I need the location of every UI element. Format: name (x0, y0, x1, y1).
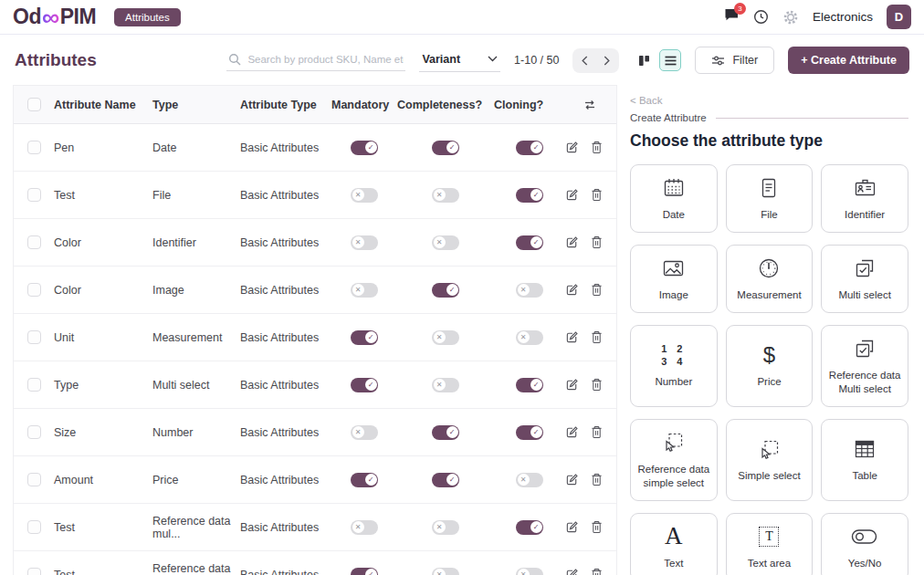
delete-trash-icon[interactable] (591, 378, 603, 392)
toggle-knob: ✓ (530, 141, 542, 153)
cloning-toggle[interactable]: ✓ (516, 235, 543, 250)
edit-icon[interactable] (565, 141, 579, 154)
kanban-view-button[interactable] (633, 49, 655, 71)
attribute-type-card-multi-select[interactable]: Multi select (821, 245, 908, 313)
edit-icon[interactable] (565, 568, 579, 575)
row-checkbox[interactable] (27, 425, 41, 439)
back-link[interactable]: < Back (630, 95, 908, 106)
cloning-toggle[interactable]: ✓ (516, 141, 543, 155)
list-view-button[interactable] (659, 49, 681, 71)
row-checkbox[interactable] (27, 188, 41, 202)
attribute-type-card-reference-data-simple-select[interactable]: Reference data simple select (630, 419, 718, 501)
cloning-toggle[interactable]: ✕ (516, 473, 543, 487)
cloning-toggle[interactable]: ✓ (516, 188, 543, 203)
mandatory-toggle[interactable]: ✕ (351, 520, 378, 535)
delete-trash-icon[interactable] (591, 330, 603, 344)
delete-trash-icon[interactable] (591, 568, 603, 575)
attribute-type-card-number[interactable]: 1 23 4 Number (630, 325, 718, 407)
create-attribute-button[interactable]: + Create Attribute (788, 47, 909, 74)
select-all-checkbox[interactable] (27, 98, 41, 111)
delete-trash-icon[interactable] (591, 188, 603, 202)
completeness-toggle[interactable]: ✓ (432, 473, 459, 487)
cloning-toggle[interactable]: ✓ (516, 520, 543, 535)
attribute-type-card-text[interactable]: A Text (630, 513, 718, 575)
attribute-name-cell: Pen (54, 141, 152, 154)
attribute-type-card-text-area[interactable]: T Text area (726, 513, 814, 575)
edit-icon[interactable] (565, 330, 579, 344)
completeness-toggle[interactable]: ✕ (432, 378, 459, 392)
toggle-knob: ✕ (434, 379, 446, 391)
row-checkbox[interactable] (27, 141, 41, 154)
edit-icon[interactable] (565, 188, 579, 202)
cloning-toggle[interactable]: ✓ (516, 425, 543, 440)
cloning-toggle[interactable]: ✕ (516, 568, 543, 575)
completeness-toggle[interactable]: ✓ (432, 283, 459, 298)
edit-icon[interactable] (565, 235, 579, 249)
cloning-toggle[interactable]: ✓ (516, 378, 543, 392)
cloning-toggle[interactable]: ✕ (516, 330, 543, 345)
pagination-prev-button[interactable] (575, 51, 594, 70)
attribute-type-card-simple-select[interactable]: Simple select (726, 419, 814, 501)
edit-icon[interactable] (565, 378, 579, 392)
mandatory-toggle[interactable]: ✓ (351, 473, 378, 487)
history-clock-icon[interactable] (753, 9, 769, 25)
row-checkbox[interactable] (27, 235, 41, 249)
filter-button[interactable]: Filter (695, 47, 774, 74)
attribute-type-card-yes-no[interactable]: Yes/No (821, 513, 908, 575)
attribute-type-card-identifier[interactable]: Identifier (821, 164, 908, 233)
delete-trash-icon[interactable] (591, 520, 603, 534)
attribute-type-card-reference-data-multi-select[interactable]: Reference data Multi select (821, 325, 908, 407)
row-checkbox[interactable] (27, 330, 41, 344)
mandatory-toggle[interactable]: ✓ (351, 330, 378, 345)
pagination-next-button[interactable] (597, 51, 616, 70)
attribute-type-card-measurement[interactable]: Measurement (726, 245, 814, 313)
toggle-knob: ✕ (352, 284, 364, 296)
delete-trash-icon[interactable] (591, 425, 603, 439)
attribute-type-card-file[interactable]: File (726, 164, 814, 233)
mandatory-toggle[interactable]: ✕ (351, 235, 378, 250)
mandatory-toggle[interactable]: ✕ (351, 425, 378, 440)
edit-icon[interactable] (565, 473, 579, 486)
delete-trash-icon[interactable] (591, 283, 603, 297)
completeness-toggle[interactable]: ✕ (432, 235, 459, 250)
completeness-toggle[interactable]: ✕ (432, 188, 459, 203)
mandatory-toggle[interactable]: ✕ (351, 283, 378, 298)
completeness-toggle[interactable]: ✕ (432, 330, 459, 345)
user-avatar[interactable]: D (887, 5, 911, 29)
edit-icon[interactable] (565, 425, 579, 439)
workspace-selector[interactable]: Electronics (813, 10, 873, 24)
settings-gear-icon[interactable] (782, 9, 799, 26)
mandatory-toggle[interactable]: ✓ (351, 378, 378, 392)
delete-trash-icon[interactable] (591, 235, 603, 249)
notifications-button[interactable]: 3 (724, 8, 740, 26)
attribute-type-card-table[interactable]: Table (821, 419, 908, 501)
row-checkbox[interactable] (27, 473, 41, 486)
edit-icon[interactable] (565, 520, 579, 534)
cloning-toggle[interactable]: ✕ (516, 283, 543, 298)
attribute-type-card-date[interactable]: Date (630, 164, 718, 233)
completeness-toggle[interactable]: ✓ (432, 141, 459, 155)
edit-icon[interactable] (565, 283, 579, 297)
mandatory-toggle[interactable]: ✓ (351, 141, 378, 155)
delete-trash-icon[interactable] (591, 473, 603, 486)
completeness-toggle[interactable]: ✕ (432, 568, 459, 575)
row-checkbox[interactable] (27, 568, 41, 575)
attribute-type-card-image[interactable]: Image (630, 245, 718, 313)
row-checkbox[interactable] (27, 283, 41, 297)
attribute-type-cell: Basic Attributes (240, 569, 331, 575)
delete-trash-icon[interactable] (591, 141, 603, 154)
completeness-cell: ✓ (397, 283, 494, 298)
row-checkbox[interactable] (27, 378, 41, 392)
variant-dropdown[interactable]: Variant (419, 49, 500, 72)
toggle-knob: ✕ (352, 521, 364, 533)
row-checkbox[interactable] (27, 520, 41, 534)
search-input[interactable] (247, 54, 404, 65)
mandatory-toggle[interactable]: ✓ (351, 568, 378, 575)
mandatory-toggle[interactable]: ✕ (351, 188, 378, 203)
attribute-type-cell: Basic Attributes (240, 284, 331, 297)
file-icon (757, 175, 781, 201)
column-settings-icon[interactable] (583, 99, 596, 110)
attribute-type-card-price[interactable]: $ Price (726, 325, 814, 407)
completeness-toggle[interactable]: ✓ (432, 425, 459, 440)
completeness-toggle[interactable]: ✕ (432, 520, 459, 535)
